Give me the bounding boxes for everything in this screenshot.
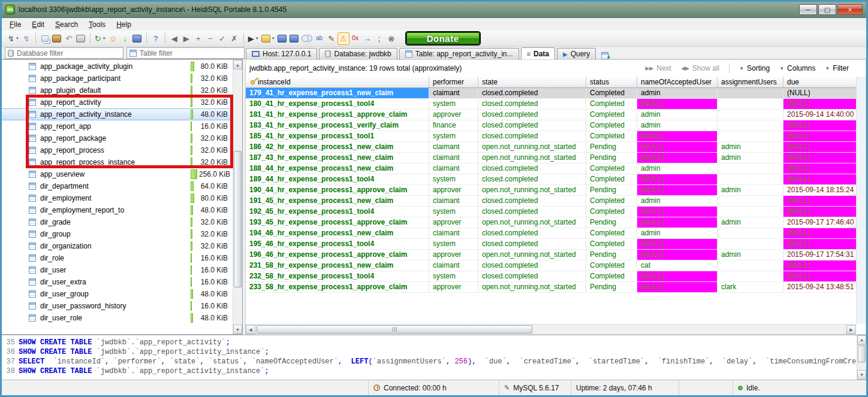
export-icon[interactable]: ↓ (119, 32, 131, 45)
grid-cell[interactable]: Pending (586, 282, 637, 293)
grid-cell[interactable] (718, 228, 783, 239)
table-row[interactable]: 183_41_hr_expense_process1_verify_claimf… (246, 120, 856, 131)
grid-cell[interactable]: closed.completed (478, 120, 586, 131)
grid-cell[interactable]: approver (429, 217, 478, 228)
grid-cell[interactable]: claimant (429, 88, 478, 99)
grid-cell[interactable]: 183_41_hr_expense_process1_verify_claim (246, 120, 429, 131)
grid-cell[interactable]: approver (429, 282, 478, 293)
next-rows-button[interactable]: ▶▶Next (645, 64, 671, 72)
grid-cell[interactable]: closed.completed (478, 131, 586, 142)
tab-query[interactable]: ▶Query (557, 48, 596, 59)
table-list-item[interactable]: app_report_package32.0 KiB (2, 132, 233, 144)
grid-cell[interactable]: closed.completed (478, 88, 586, 99)
grid-cell[interactable]: closed.completed (478, 228, 586, 239)
grid-cell[interactable]: 191_45_hr_expense_process1_new_claim (246, 196, 429, 207)
grid-cell[interactable]: system (429, 174, 478, 185)
grid-cell[interactable]: (NULL) (637, 282, 718, 293)
grid-cell[interactable]: system (429, 99, 478, 110)
grid-cell[interactable]: (NULL) (783, 153, 856, 163)
column-header-performer[interactable]: performer (429, 77, 478, 87)
grid-cell[interactable]: (NULL) (783, 142, 856, 153)
refresh-icon[interactable]: ↻▼ (94, 32, 107, 45)
grid-cell[interactable]: open.not_running.not_started (478, 153, 586, 163)
column-header-state[interactable]: state (478, 77, 586, 87)
session-manager-icon[interactable]: ↯▼ (7, 32, 20, 45)
grid-cell[interactable]: (NULL) (637, 217, 718, 228)
column-header-assignmentUsers[interactable]: assignmentUsers (718, 77, 783, 87)
grid-cell[interactable]: claimant (429, 163, 478, 174)
grid-cell[interactable]: closed.completed (478, 163, 586, 174)
maximize-button[interactable]: ▢ (818, 4, 836, 15)
sidebar-scrollbar[interactable]: ▲ ▼ (233, 60, 242, 334)
grid-cell[interactable]: (NULL) (783, 260, 856, 271)
menu-item-search[interactable]: Search (50, 19, 83, 30)
column-header-instanceId[interactable]: instanceId (246, 77, 429, 87)
grid-cell[interactable]: clark (718, 282, 783, 293)
table-list-item[interactable]: dir_user_group48.0 KiB (2, 288, 233, 300)
grid-cell[interactable]: 233_58_hr_expense_process1_approve_claim (246, 282, 429, 293)
table-list-item[interactable]: app_userview256.0 KiB (2, 168, 233, 180)
reformat-icon[interactable]: → (361, 32, 373, 45)
hscrollbar-thumb[interactable] (257, 325, 532, 334)
grid-cell[interactable]: 188_44_hr_expense_process1_new_claim (246, 163, 429, 174)
grid-cell[interactable]: (NULL) (637, 239, 718, 250)
grid-cell[interactable]: 2015-09-17 17:46:40 (783, 217, 856, 228)
grid-cell[interactable]: (NULL) (783, 88, 856, 99)
table-row[interactable]: 231_58_hr_expense_process1_new_claimclai… (246, 260, 856, 271)
table-row[interactable]: 189_44_hr_expense_process1_tool4systemcl… (246, 174, 856, 185)
grid-cell[interactable] (718, 99, 783, 110)
grid-cell[interactable]: 2015-09-14 18:15:24 (783, 185, 856, 196)
grid-cell[interactable]: cat (637, 260, 718, 271)
new-connection-icon[interactable]: ↯ (20, 32, 32, 45)
grid-cell[interactable]: Pending (586, 217, 637, 228)
scroll-down-icon[interactable]: ▼ (233, 325, 242, 334)
first-record-icon[interactable]: ◀ (168, 32, 180, 45)
help-icon[interactable]: ? (150, 32, 162, 45)
table-row[interactable]: 179_41_hr_expense_process1_new_claimclai… (246, 88, 856, 99)
grid-cell[interactable]: Pending (586, 153, 637, 163)
grid-cell[interactable]: admin (637, 163, 718, 174)
grid-cell[interactable] (718, 207, 783, 217)
table-row[interactable]: 232_58_hr_expense_process1_tool4systemcl… (246, 271, 856, 282)
edit-clipboard-icon[interactable]: ✎ (326, 32, 337, 45)
replace-text-icon[interactable]: ab (314, 32, 326, 45)
grid-cell[interactable]: admin (637, 88, 718, 99)
grid-cell[interactable]: 194_46_hr_expense_process1_new_claim (246, 228, 429, 239)
grid-cell[interactable]: claimant (429, 142, 478, 153)
table-list-item[interactable]: dir_group32.0 KiB (2, 228, 233, 240)
grid-cell[interactable]: 179_41_hr_expense_process1_new_claim (246, 88, 429, 99)
minimize-button[interactable]: ─ (799, 4, 817, 15)
grid-cell[interactable]: 2015-09-14 14:40:00 (783, 110, 856, 120)
grid-cell[interactable]: open.not_running.not_started (478, 217, 586, 228)
column-header-due[interactable]: due (783, 77, 856, 87)
load-sql-file-icon[interactable]: ▼ (260, 32, 276, 45)
grid-cell[interactable] (718, 174, 783, 185)
grid-cell[interactable]: Pending (586, 250, 637, 260)
grid-cell[interactable]: closed.completed (478, 271, 586, 282)
table-list-item[interactable]: app_report_activity32.0 KiB (2, 96, 233, 108)
grid-cell[interactable]: Completed (586, 228, 637, 239)
table-row[interactable]: 233_58_hr_expense_process1_approve_claim… (246, 282, 856, 293)
grid-cell[interactable]: Completed (586, 260, 637, 271)
execute-sql-icon[interactable]: ▶▼ (247, 32, 260, 45)
grid-cell[interactable]: admin (718, 185, 783, 196)
grid-cell[interactable]: (NULL) (783, 174, 856, 185)
cancel-edit-icon[interactable]: ✗ (228, 32, 240, 45)
grid-cell[interactable]: (NULL) (783, 207, 856, 217)
grid-cell[interactable] (718, 260, 783, 271)
scroll-up-icon[interactable]: ▲ (857, 335, 866, 345)
grid-cell[interactable]: open.not_running.not_started (478, 282, 586, 293)
grid-cell[interactable]: 181_41_hr_expense_process1_approve_claim (246, 110, 429, 120)
grid-cell[interactable]: claimant (429, 153, 478, 163)
tab-database[interactable]: Database: jwdbkb (319, 48, 397, 59)
table-row[interactable]: 192_45_hr_expense_process1_tool4systemcl… (246, 207, 856, 217)
grid-cell[interactable]: finance (429, 120, 478, 131)
table-list-item[interactable]: app_package_participant32.0 KiB (2, 72, 233, 84)
scrollbar-thumb[interactable] (858, 346, 866, 362)
undo-icon[interactable]: ↶ (63, 32, 75, 45)
grid-cell[interactable]: Completed (586, 131, 637, 142)
table-list-item[interactable]: dir_user_role48.0 KiB (2, 312, 233, 324)
grid-cell[interactable]: 231_58_hr_expense_process1_new_claim (246, 260, 429, 271)
table-list-item[interactable]: dir_organization32.0 KiB (2, 240, 233, 252)
grid-cell[interactable]: 193_45_hr_expense_process1_approve_claim (246, 217, 429, 228)
